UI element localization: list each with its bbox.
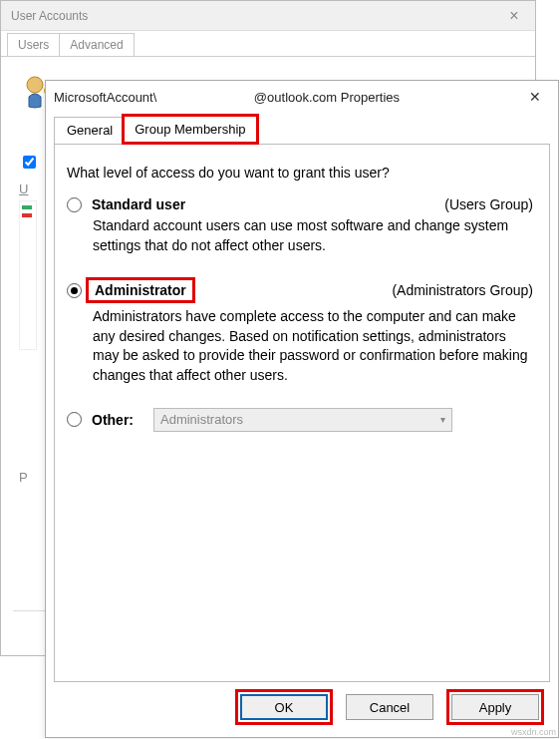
chevron-down-icon: ▾ xyxy=(440,414,445,425)
flag-icon xyxy=(22,205,32,217)
tab-general[interactable]: General xyxy=(54,117,126,145)
access-question: What level of access do you want to gran… xyxy=(67,165,537,181)
radio-icon[interactable] xyxy=(67,412,82,427)
close-icon[interactable]: ✕ xyxy=(512,82,558,112)
p-section-label: P xyxy=(19,470,28,485)
ok-button[interactable]: OK xyxy=(240,694,328,720)
properties-dialog: MicrosoftAccount\ @outlook.com Propertie… xyxy=(45,80,559,738)
other-dropdown[interactable]: Administrators ▾ xyxy=(153,408,452,432)
apply-button[interactable]: Apply xyxy=(451,694,539,720)
standard-user-option[interactable]: Standard user (Users Group) xyxy=(67,196,537,212)
standard-user-label: Standard user xyxy=(92,196,185,212)
administrator-option[interactable]: Administrator (Administrators Group) xyxy=(67,277,537,303)
radio-icon[interactable] xyxy=(67,283,82,298)
watermark: wsxdn.com xyxy=(511,727,556,737)
standard-user-desc: Standard account users can use most soft… xyxy=(93,216,533,255)
user-accounts-title: User Accounts xyxy=(7,9,499,23)
group-membership-panel: What level of access do you want to gran… xyxy=(54,144,550,682)
users-section-label: U xyxy=(19,182,28,196)
other-option[interactable]: Other: Administrators ▾ xyxy=(67,408,537,432)
tab-advanced[interactable]: Advanced xyxy=(59,33,134,56)
standard-user-group: (Users Group) xyxy=(444,196,533,212)
users-list xyxy=(19,200,37,350)
radio-icon[interactable] xyxy=(67,197,82,212)
user-accounts-titlebar: User Accounts × xyxy=(1,1,535,31)
administrator-group: (Administrators Group) xyxy=(392,282,533,298)
user-accounts-tabs: Users Advanced xyxy=(1,31,535,57)
checkbox-unknown[interactable] xyxy=(23,156,36,169)
administrator-desc: Administrators have complete access to t… xyxy=(93,307,533,385)
other-label: Other: xyxy=(92,412,134,428)
tab-group-membership[interactable]: Group Membership xyxy=(122,114,258,145)
properties-tabs: General Group Membership xyxy=(46,113,558,145)
other-dropdown-value: Administrators xyxy=(160,412,243,427)
tab-users[interactable]: Users xyxy=(7,33,60,56)
cancel-button[interactable]: Cancel xyxy=(346,694,433,720)
properties-titlebar: MicrosoftAccount\ @outlook.com Propertie… xyxy=(46,81,558,113)
dialog-buttons: OK Cancel Apply xyxy=(235,689,544,725)
svg-point-0 xyxy=(27,77,43,93)
close-icon[interactable]: × xyxy=(499,7,529,25)
properties-title: MicrosoftAccount\ @outlook.com Propertie… xyxy=(54,90,512,105)
administrator-label: Administrator xyxy=(95,282,186,298)
